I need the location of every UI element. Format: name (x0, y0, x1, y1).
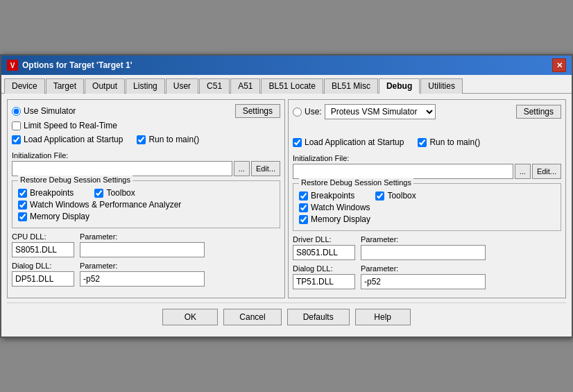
left-cpu-dll-input[interactable] (12, 242, 74, 257)
left-breakpoints-checkbox[interactable] (18, 189, 27, 198)
left-dialog-dll-label: Dialog DLL: (12, 262, 74, 270)
tab-target[interactable]: Target (46, 78, 84, 94)
left-cpu-param-input[interactable] (80, 242, 205, 257)
window-title: Options for Target 'Target 1' (22, 60, 132, 70)
limit-speed-row: Limit Speed to Real-Time (12, 121, 280, 130)
left-watch-windows-row: Watch Windows & Performance Analyzer (18, 200, 274, 210)
left-column: Use Simulator Settings Limit Speed to Re… (7, 99, 285, 298)
right-toolbox-row: Toolbox (375, 191, 416, 201)
limit-speed-checkbox[interactable] (12, 121, 21, 130)
right-dialog-dll-row: Dialog DLL: Parameter: (293, 264, 561, 289)
left-load-run-row: Load Application at Startup Run to main(… (12, 135, 280, 147)
left-restore-group-inner: Breakpoints Toolbox Watch Windows & Perf… (18, 188, 274, 221)
left-run-to-main-checkbox[interactable] (137, 135, 146, 144)
left-init-file-input[interactable] (12, 161, 232, 176)
tab-bl51-misc[interactable]: BL51 Misc (324, 78, 378, 94)
left-cpu-dll-row: CPU DLL: Parameter: (12, 232, 280, 257)
tab-utilities[interactable]: Utilities (420, 78, 463, 94)
left-run-to-main-label: Run to main() (148, 135, 199, 144)
title-bar: V Options for Target 'Target 1' ✕ (1, 56, 572, 75)
right-browse-button[interactable]: ... (515, 164, 531, 179)
right-dialog-param-input[interactable] (361, 274, 486, 289)
footer-buttons: OK Cancel Defaults Help (7, 302, 566, 331)
right-toolbox-checkbox[interactable] (375, 191, 384, 201)
right-memory-display-checkbox[interactable] (299, 215, 308, 224)
main-content: Use Simulator Settings Limit Speed to Re… (1, 94, 572, 336)
right-restore-group-label: Restore Debug Session Settings (299, 178, 413, 187)
left-dialog-param-label: Parameter: (80, 262, 205, 270)
ok-button[interactable]: OK (162, 309, 218, 325)
left-breakpoints-label: Breakpoints (30, 188, 74, 198)
left-breakpoints-row: Breakpoints (18, 188, 74, 198)
cancel-button[interactable]: Cancel (223, 309, 281, 325)
use-simulator-label: Use Simulator (24, 106, 76, 116)
right-init-file-label: Initialization File: (293, 154, 561, 162)
left-watch-windows-label: Watch Windows & Performance Analyzer (30, 200, 181, 210)
left-memory-display-row: Memory Display (18, 212, 274, 221)
left-edit-button[interactable]: Edit... (251, 161, 280, 176)
use-simulator-row: Use Simulator Settings (12, 104, 280, 118)
right-dialog-dll-input[interactable] (293, 274, 355, 289)
right-edit-button[interactable]: Edit... (532, 164, 561, 179)
right-init-file-input[interactable] (293, 164, 513, 179)
right-simulator-select[interactable]: Proteus VSM Simulator (325, 104, 436, 119)
left-cpu-dll-label: CPU DLL: (12, 232, 74, 241)
left-memory-display-checkbox[interactable] (18, 212, 27, 221)
use-simulator-radio[interactable] (12, 107, 21, 116)
left-dialog-dll-group: Dialog DLL: (12, 262, 74, 287)
left-restore-group-label: Restore Debug Session Settings (18, 176, 132, 184)
right-restore-group-inner: Breakpoints Toolbox Watch Windows (299, 191, 555, 224)
left-cpu-param-group: Parameter: (80, 232, 205, 257)
right-use-label: Use: (305, 107, 322, 117)
right-memory-display-label: Memory Display (311, 214, 370, 224)
left-dialog-dll-input[interactable] (12, 271, 74, 287)
left-dialog-param-input[interactable] (80, 271, 205, 287)
defaults-button[interactable]: Defaults (287, 309, 350, 325)
tab-device[interactable]: Device (4, 78, 45, 94)
right-driver-dll-input[interactable] (293, 245, 355, 260)
app-icon: V (7, 60, 18, 71)
right-spacer (293, 122, 561, 137)
close-button[interactable]: ✕ (552, 58, 566, 72)
right-restore-group: Restore Debug Session Settings Breakpoin… (293, 183, 561, 231)
right-dialog-param-group: Parameter: (361, 264, 486, 289)
use-simulator-left: Use Simulator (12, 106, 76, 116)
right-run-to-main-label: Run to main() (429, 137, 480, 147)
left-restore-group: Restore Debug Session Settings Breakpoin… (12, 180, 280, 228)
right-load-app-checkbox[interactable] (293, 138, 302, 147)
right-breakpoints-checkbox[interactable] (299, 191, 308, 201)
left-browse-button[interactable]: ... (234, 161, 250, 176)
tab-a51[interactable]: A51 (230, 78, 260, 94)
right-run-to-main-checkbox[interactable] (418, 138, 427, 147)
right-dialog-dll-group: Dialog DLL: (293, 264, 355, 289)
right-settings-button[interactable]: Settings (516, 105, 561, 119)
left-dialog-param-group: Parameter: (80, 262, 205, 287)
right-use-left: Use: Proteus VSM Simulator (293, 104, 436, 119)
tab-user[interactable]: User (166, 78, 198, 94)
tab-listing[interactable]: Listing (126, 78, 165, 94)
left-toolbox-row: Toolbox (94, 188, 135, 198)
help-button[interactable]: Help (355, 309, 411, 325)
tab-output[interactable]: Output (85, 78, 125, 94)
right-use-row: Use: Proteus VSM Simulator Settings (293, 104, 561, 119)
left-settings-button[interactable]: Settings (235, 104, 280, 118)
right-driver-param-input[interactable] (361, 245, 486, 260)
right-driver-dll-row: Driver DLL: Parameter: (293, 235, 561, 260)
right-watch-windows-checkbox[interactable] (299, 203, 308, 212)
right-init-file-row: ... Edit... (293, 164, 561, 179)
right-driver-param-group: Parameter: (361, 235, 486, 260)
right-column: Use: Proteus VSM Simulator Settings Load… (288, 99, 566, 298)
left-toolbox-checkbox[interactable] (94, 189, 103, 198)
tab-c51[interactable]: C51 (199, 78, 230, 94)
right-driver-dll-label: Driver DLL: (293, 235, 355, 244)
right-use-radio[interactable] (293, 108, 302, 117)
left-load-app-checkbox[interactable] (12, 135, 21, 144)
right-toolbox-label: Toolbox (387, 191, 416, 201)
left-cpu-param-label: Parameter: (80, 232, 205, 241)
tab-debug[interactable]: Debug (379, 78, 420, 94)
tab-bl51-locate[interactable]: BL51 Locate (261, 78, 323, 94)
right-watch-windows-row: Watch Windows (299, 203, 555, 212)
left-watch-windows-checkbox[interactable] (18, 201, 27, 210)
right-load-app-check-row: Load Application at Startup (293, 137, 404, 147)
right-dialog-dll-label: Dialog DLL: (293, 264, 355, 273)
